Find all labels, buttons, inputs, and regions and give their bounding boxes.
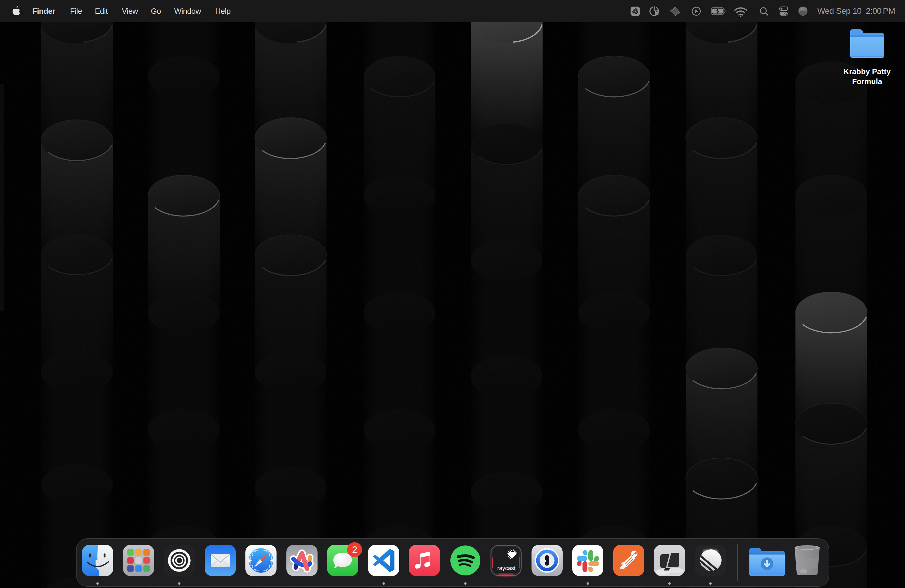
svg-text:2: 2: [352, 545, 357, 555]
svg-text:raycast: raycast: [497, 565, 516, 571]
